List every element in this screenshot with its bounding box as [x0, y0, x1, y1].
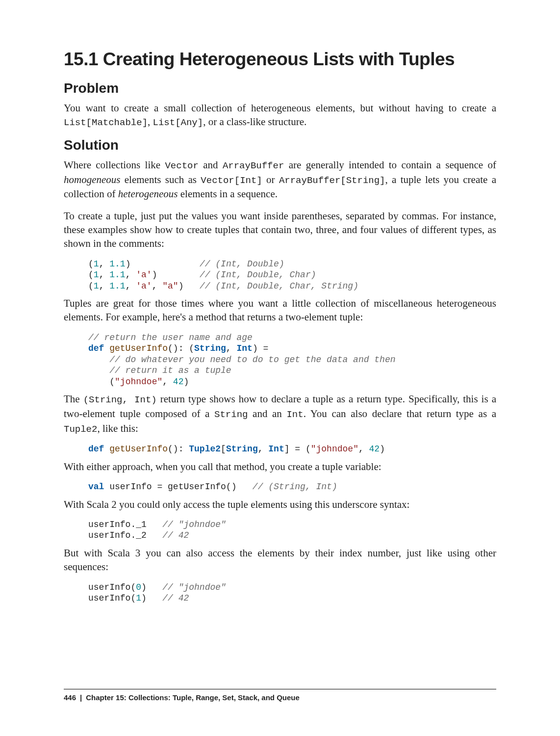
text: (: [88, 259, 94, 269]
number-literal: 1: [94, 259, 99, 269]
chapter-title: Chapter 15: Collections: Tuple, Range, S…: [86, 693, 300, 702]
text: ,: [99, 270, 110, 280]
inline-code: String: [214, 409, 248, 420]
text: (): [168, 444, 178, 454]
text: ): [183, 377, 189, 387]
text: ): [380, 444, 385, 454]
type: String: [194, 343, 226, 353]
text: [88, 366, 109, 375]
text: , like this:: [97, 422, 138, 434]
text: ): [178, 281, 184, 291]
text: ] = (: [284, 444, 311, 454]
text: (: [109, 377, 115, 387]
text: are generally intended to contain a sequ…: [284, 159, 496, 171]
problem-heading: Problem: [64, 80, 496, 96]
number-literal: 1: [136, 593, 141, 603]
string-literal: 'a': [136, 270, 152, 280]
text: elements in a sequence.: [178, 188, 278, 200]
text: . You can also declare that return type …: [304, 408, 496, 420]
solution-paragraph-5: With either approach, when you call that…: [64, 460, 496, 473]
text: ,: [226, 343, 237, 353]
number-literal: 1.1: [109, 259, 125, 269]
comment: // (Int, Double, Char): [200, 270, 316, 280]
code-block-6: userInfo(0) // "johndoe" userInfo(1) // …: [88, 582, 496, 604]
solution-paragraph-3: Tuples are great for those times where y…: [64, 296, 496, 324]
code-block-1: (1, 1.1) // (Int, Double) (1, 1.1, 'a') …: [88, 259, 496, 292]
page: 15.1 Creating Heterogeneous Lists with T…: [0, 0, 560, 736]
text: [88, 355, 109, 365]
text: ,: [148, 116, 153, 128]
keyword: val: [88, 482, 104, 492]
type: Int: [236, 343, 252, 353]
comment: // return it as a tuple: [109, 366, 231, 375]
text: The: [64, 393, 83, 405]
section-title: 15.1 Creating Heterogeneous Lists with T…: [64, 49, 496, 70]
type: Int: [268, 444, 284, 454]
text: userInfo = getUserInfo(): [104, 482, 252, 492]
text: userInfo._1: [88, 520, 162, 529]
number-literal: 1: [94, 281, 99, 291]
keyword: def: [88, 444, 104, 454]
text: ): [141, 582, 162, 592]
footer-text: 446|Chapter 15: Collections: Tuple, Rang…: [64, 689, 496, 702]
page-number: 446: [64, 693, 76, 702]
number-literal: 42: [173, 377, 184, 387]
text: (: [88, 281, 94, 291]
solution-heading: Solution: [64, 137, 496, 153]
comment: // (Int, Double): [200, 259, 284, 269]
text: ,: [126, 281, 136, 291]
emphasis: heterogeneous: [118, 188, 178, 200]
text: ,: [162, 377, 173, 387]
inline-code: Int: [286, 409, 303, 420]
text: ,: [99, 259, 110, 269]
solution-paragraph-1: Where collections like Vector and ArrayB…: [64, 158, 496, 201]
string-literal: "a": [162, 281, 178, 291]
text: and an: [248, 408, 286, 420]
text: : (: [178, 343, 194, 353]
text: userInfo(: [88, 593, 136, 603]
text: ): [141, 593, 162, 603]
comment: // "johndoe": [162, 582, 226, 592]
text: [130, 259, 199, 269]
text: userInfo(: [88, 582, 136, 592]
comment: // 42: [162, 530, 189, 540]
text: ,: [358, 444, 369, 454]
footer-separator: |: [80, 693, 82, 702]
inline-code: (String, Int): [83, 394, 157, 405]
code-block-4: val userInfo = getUserInfo() // (String,…: [88, 481, 496, 493]
code-block-2: // return the user name and age def getU…: [88, 332, 496, 388]
number-literal: 1.1: [109, 281, 125, 291]
code-block-3: def getUserInfo(): Tuple2[String, Int] =…: [88, 444, 496, 455]
function-name: getUserInfo: [104, 444, 168, 454]
text: ): [152, 270, 157, 280]
inline-code: ArrayBuffer[String]: [279, 175, 385, 186]
inline-code: ArrayBuffer: [223, 160, 284, 171]
number-literal: 1.1: [109, 270, 125, 280]
solution-paragraph-6: With Scala 2 you could only access the t…: [64, 498, 496, 511]
page-footer: 446|Chapter 15: Collections: Tuple, Rang…: [64, 689, 496, 702]
function-name: getUserInfo: [104, 343, 168, 353]
text: [157, 270, 199, 280]
text: or: [262, 174, 279, 185]
comment: // (Int, Double, Char, String): [200, 281, 358, 291]
number-literal: 0: [136, 582, 141, 592]
solution-paragraph-7: But with Scala 3 you can also access the…: [64, 546, 496, 574]
text: (: [88, 270, 94, 280]
string-literal: 'a': [136, 281, 152, 291]
string-literal: "johndoe": [311, 444, 358, 454]
solution-paragraph-2: To create a tuple, just put the values y…: [64, 209, 496, 251]
text: Where collections like: [64, 159, 165, 171]
text: [88, 377, 109, 387]
code-block-5: userInfo._1 // "johndoe" userInfo._2 // …: [88, 519, 496, 541]
text: userInfo._2: [88, 530, 162, 540]
text: ,: [126, 270, 136, 280]
comment: // do whatever you need to do to get the…: [109, 355, 395, 365]
text: and: [199, 159, 223, 171]
string-literal: "johndoe": [115, 377, 162, 387]
inline-code: Tuple2: [64, 424, 97, 435]
inline-code: Vector: [165, 160, 198, 171]
number-literal: 42: [369, 444, 380, 454]
text: You want to create a small collection of…: [64, 102, 496, 114]
inline-code: List[Any]: [153, 117, 204, 128]
text: elements such as: [120, 174, 201, 185]
